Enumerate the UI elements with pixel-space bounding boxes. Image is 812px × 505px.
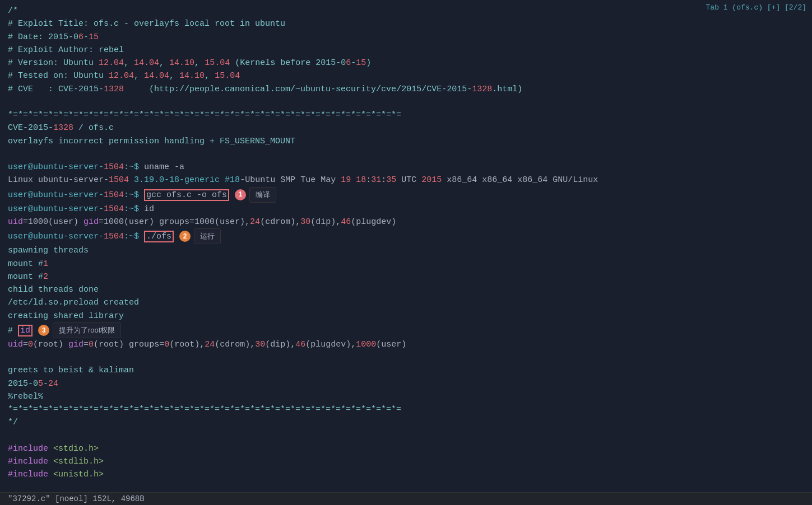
code-line-32: */: [8, 416, 804, 429]
code-line-10: CVE-2015-1328 / ofs.c: [8, 121, 804, 134]
code-line-15: user@ubuntu-server-1504:~$ gcc ofs.c -o …: [8, 187, 804, 203]
annotation-label-3: 提升为了root权限: [53, 322, 121, 338]
gcc-command-highlight: gcc ofs.c -o ofs: [144, 189, 229, 201]
code-line-22: child threads done: [8, 283, 804, 296]
code-line-24: creating shared library: [8, 310, 804, 322]
code-line-2: # Exploit Title: ofs.c - overlayfs local…: [8, 17, 804, 30]
id-command-highlight: id: [18, 325, 33, 336]
code-line-20: mount #1: [8, 258, 804, 270]
code-line-29: 2015-05-24: [8, 377, 804, 390]
code-line-sep1: *=*=*=*=*=*=*=*=*=*=*=*=*=*=*=*=*=*=*=*=…: [8, 109, 804, 121]
code-line-blank4: [8, 429, 804, 442]
code-line-blank3: [8, 351, 804, 364]
code-line-6: # Tested on: Ubuntu 12.04, 14.04, 14.10,…: [8, 69, 804, 82]
code-line-36: #include <unistd.h>: [8, 468, 804, 481]
code-line-7: # CVE : CVE-2015-1328 (http://people.can…: [8, 83, 804, 96]
annotation-badge-1: 1: [235, 189, 246, 200]
code-line-34: #include <stdio.h>: [8, 442, 804, 455]
annotation-badge-3: 3: [38, 325, 49, 336]
code-line-19: spawning threads: [8, 244, 804, 257]
bottom-status-bar: "37292.c" [noeol] 152L, 4968B: [0, 492, 812, 505]
code-line-28: greets to beist & kaliman: [8, 364, 804, 377]
code-line-13: user@ubuntu-server-1504:~$ uname -a: [8, 161, 804, 174]
code-line-11: overlayfs incorrect permission handling …: [8, 135, 804, 148]
annotation-badge-2: 2: [179, 231, 191, 242]
code-line-16: user@ubuntu-server-1504:~$ id: [8, 203, 804, 216]
code-line-17: uid=1000(user) gid=1000(user) groups=100…: [8, 216, 804, 228]
annotation-label-2: 运行: [194, 228, 221, 244]
code-line-1: /*: [8, 4, 804, 17]
code-line-25: # id3提升为了root权限: [8, 322, 804, 338]
terminal-content: Tab 1 (ofs.c) [+] [2/2] /* # Exploit Tit…: [0, 0, 812, 486]
code-line-23: /etc/ld.so.preload created: [8, 296, 804, 309]
code-line-blank2: [8, 148, 804, 161]
code-line-14: Linux ubuntu-server-1504 3.19.0-18-gener…: [8, 174, 804, 186]
run-command-highlight: ./ofs: [144, 231, 174, 242]
code-line-30: %rebel%: [8, 390, 804, 403]
code-line-4: # Exploit Author: rebel: [8, 44, 804, 57]
code-line-sep2: *=*=*=*=*=*=*=*=*=*=*=*=*=*=*=*=*=*=*=*=…: [8, 403, 804, 416]
tab-info: Tab 1 (ofs.c) [+] [2/2]: [706, 3, 806, 12]
code-line-18: user@ubuntu-server-1504:~$ ./ofs2运行: [8, 228, 804, 244]
code-line-35: #include <stdlib.h>: [8, 455, 804, 468]
file-info: "37292.c" [noeol] 152L, 4968B: [8, 494, 145, 503]
top-right-info: Tab 1 (ofs.c) [+] [2/2]: [706, 2, 806, 13]
code-line-21: mount #2: [8, 270, 804, 283]
code-line-blank1: [8, 96, 804, 109]
code-line-26: uid=0(root) gid=0(root) groups=0(root),2…: [8, 338, 804, 351]
code-line-3: # Date: 2015-06-15: [8, 31, 804, 44]
code-line-5: # Version: Ubuntu 12.04, 14.04, 14.10, 1…: [8, 57, 804, 69]
annotation-label-1: 编译: [249, 187, 276, 203]
